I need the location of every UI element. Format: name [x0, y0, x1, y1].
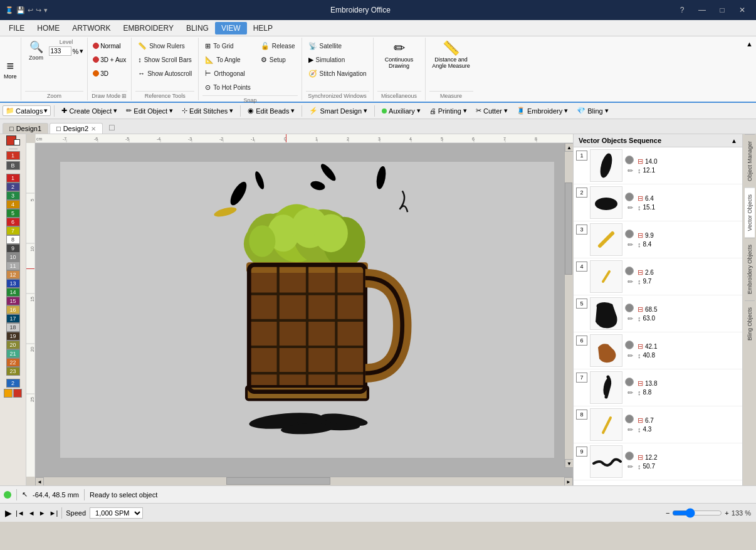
to-hot-points-button[interactable]: ⊙ To Hot Points [202, 80, 253, 94]
vo-color-2[interactable] [625, 193, 634, 201]
show-rulers-button[interactable]: 📏 Show Rulers [135, 39, 194, 53]
palette-22[interactable]: 22 [6, 358, 20, 367]
scroll-right-button[interactable]: ► [564, 477, 573, 485]
palette-21[interactable]: 21 [6, 349, 20, 358]
edit-stitches-button[interactable]: ⊹ Edit Stitches ▾ [178, 105, 237, 117]
vo-list[interactable]: 1 ✏ ⊟ 14.0 ↕ 12.1 [574, 147, 742, 485]
quick-access-undo[interactable]: ↩ [28, 6, 33, 14]
quick-access-redo[interactable]: ↪ [36, 6, 41, 14]
close-button[interactable]: ✕ [733, 3, 751, 18]
vo-color-8[interactable] [625, 415, 634, 423]
zoom-out-icon[interactable]: − [666, 509, 669, 517]
stitch-nav-button[interactable]: 🧭 Stitch Navigation [306, 66, 369, 80]
vo-color-9[interactable] [625, 452, 634, 460]
palette-6[interactable]: 6 [6, 218, 20, 226]
menu-artwork[interactable]: ARTWORK [66, 22, 117, 34]
palette-4[interactable]: 4 [6, 200, 20, 209]
tab-design1[interactable]: □ Design1 [3, 123, 48, 134]
minimize-button[interactable]: — [693, 3, 711, 18]
palette-19[interactable]: 19 [6, 332, 20, 341]
color-swatch-b[interactable] [13, 389, 22, 398]
to-grid-button[interactable]: ⊞ To Grid [202, 39, 253, 53]
vo-edit-4[interactable]: ✏ [625, 277, 635, 287]
rt-tab-vector-objects[interactable]: Vector Objects [745, 188, 755, 238]
scroll-down-button[interactable]: ▼ [565, 459, 573, 468]
catalogs-dropdown[interactable]: 📁 Catalogs ▾ [3, 105, 51, 116]
vo-color-3[interactable] [625, 230, 634, 238]
show-autoscroll-button[interactable]: ↔ Show Autoscroll [135, 66, 194, 80]
palette-20[interactable]: 20 [6, 341, 20, 349]
palette-23[interactable]: 23 [6, 367, 20, 376]
simulation-button[interactable]: ▶ Simulation [306, 53, 369, 66]
design2-close-button[interactable]: ✕ [91, 125, 96, 132]
vo-edit-8[interactable]: ✏ [625, 425, 635, 435]
menu-help[interactable]: HELP [247, 22, 279, 34]
new-tab-button[interactable]: □ [105, 121, 118, 134]
ribbon-more-button[interactable]: ≡ More [0, 38, 21, 100]
draw-mode-expand[interactable]: ⊞ [122, 93, 127, 99]
maximize-button[interactable]: □ [713, 3, 731, 18]
draw-mode-3d-aux[interactable]: 3D + Aux [92, 53, 127, 66]
printing-button[interactable]: 🖨 Printing ▾ [426, 105, 471, 117]
vo-color-4[interactable] [625, 267, 634, 275]
palette-18[interactable]: 18 [6, 323, 20, 332]
palette-11[interactable]: 11 [6, 262, 20, 270]
vo-edit-1[interactable]: ✏ [625, 166, 635, 176]
vo-color-1[interactable] [625, 156, 634, 164]
palette-3[interactable]: 3 [6, 191, 20, 200]
embroidery-button[interactable]: 🧵 Embroidery ▾ [513, 105, 572, 117]
palette-5[interactable]: 5 [6, 209, 20, 218]
next-stitch-icon[interactable]: ►| [50, 509, 58, 517]
prev-stitch-icon[interactable]: |◄ [16, 509, 24, 517]
vo-color-5[interactable] [625, 304, 634, 312]
vo-edit-3[interactable]: ✏ [625, 240, 635, 250]
palette-8[interactable]: 8 [6, 235, 20, 244]
menu-view[interactable]: VIEW [215, 22, 247, 34]
layer-num-2[interactable]: 2 [6, 379, 20, 388]
vo-color-7[interactable] [625, 378, 634, 386]
scroll-left-button[interactable]: ◄ [35, 477, 44, 485]
vo-edit-2[interactable]: ✏ [625, 203, 635, 213]
tab-design2[interactable]: □ Design2 ✕ [50, 123, 103, 134]
zoom-slider[interactable] [672, 508, 722, 518]
to-angle-button[interactable]: 📐 To Angle [202, 53, 253, 66]
show-scroll-bars-button[interactable]: ↕ Show Scroll Bars [135, 53, 194, 66]
edit-object-button[interactable]: ✏ Edit Object ▾ [122, 105, 177, 117]
prev-icon[interactable]: ◄ [28, 509, 35, 517]
distance-angle-button[interactable]: 📏 Distance and Angle Measure [429, 39, 473, 70]
vo-edit-9[interactable]: ✏ [625, 462, 635, 472]
zoom-input[interactable] [49, 46, 71, 56]
menu-file[interactable]: FILE [3, 22, 31, 34]
rt-tab-embroidery-objects[interactable]: Embroidery Objects [745, 238, 755, 300]
satellite-button[interactable]: 📡 Satellite [306, 39, 369, 53]
zoom-dropdown-arrow[interactable]: ▾ [80, 47, 83, 55]
right-panel-scroll-up[interactable]: ▲ [731, 137, 737, 144]
scroll-thumb-v[interactable] [565, 182, 572, 275]
palette-9[interactable]: 9 [6, 244, 20, 253]
layer-indicator-b[interactable]: B [6, 161, 20, 170]
vertical-scrollbar[interactable]: ▲ ▼ [564, 143, 573, 468]
quick-access-save[interactable]: 💾 [16, 6, 25, 14]
palette-15[interactable]: 15 [6, 297, 20, 305]
palette-2[interactable]: 2 [6, 182, 20, 191]
create-object-button[interactable]: ✚ Create Object ▾ [58, 105, 121, 117]
palette-13[interactable]: 13 [6, 279, 20, 288]
palette-16[interactable]: 16 [6, 305, 20, 314]
rt-tab-bling-objects[interactable]: Bling Objects [745, 300, 755, 347]
speed-select[interactable]: 1,000 SPM 500 SPM 2,000 SPM [90, 507, 143, 519]
palette-7[interactable]: 7 [6, 226, 20, 235]
palette-10[interactable]: 10 [6, 253, 20, 262]
scroll-thumb-h[interactable] [226, 477, 330, 485]
vo-edit-6[interactable]: ✏ [625, 351, 635, 361]
ribbon-collapse-button[interactable]: ▲ [746, 38, 756, 100]
palette-12[interactable]: 12 [6, 270, 20, 279]
rt-tab-object-manager[interactable]: Object Manager [745, 134, 755, 188]
play-icon[interactable]: ▶ [5, 508, 12, 518]
palette-1[interactable]: 1 [6, 174, 20, 182]
draw-mode-normal[interactable]: Normal [92, 39, 127, 53]
scroll-up-button[interactable]: ▲ [565, 143, 573, 152]
continuous-drawing-button[interactable]: ✏ Continuous Drawing [377, 39, 421, 70]
layer-indicator-1[interactable]: 1 [6, 151, 20, 160]
vo-edit-7[interactable]: ✏ [625, 388, 635, 398]
vo-color-6[interactable] [625, 341, 634, 349]
